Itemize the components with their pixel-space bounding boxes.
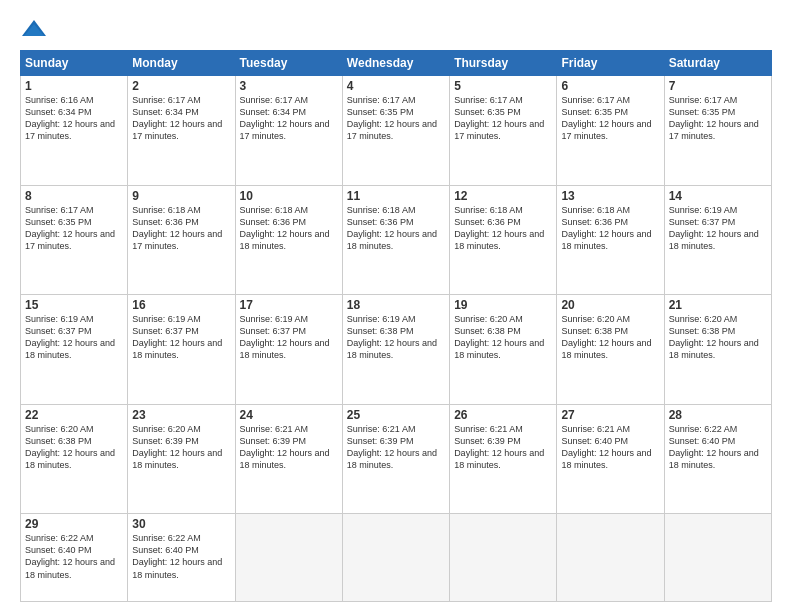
table-row	[664, 514, 771, 602]
day-number: 11	[347, 189, 445, 203]
table-row: 17Sunrise: 6:19 AMSunset: 6:37 PMDayligh…	[235, 295, 342, 405]
day-number: 5	[454, 79, 552, 93]
day-info: Sunrise: 6:18 AMSunset: 6:36 PMDaylight:…	[240, 205, 330, 251]
day-info: Sunrise: 6:19 AMSunset: 6:37 PMDaylight:…	[25, 314, 115, 360]
day-info: Sunrise: 6:19 AMSunset: 6:37 PMDaylight:…	[240, 314, 330, 360]
table-row: 24Sunrise: 6:21 AMSunset: 6:39 PMDayligh…	[235, 404, 342, 514]
table-row: 25Sunrise: 6:21 AMSunset: 6:39 PMDayligh…	[342, 404, 449, 514]
day-info: Sunrise: 6:20 AMSunset: 6:38 PMDaylight:…	[25, 424, 115, 470]
calendar-table: Sunday Monday Tuesday Wednesday Thursday…	[20, 50, 772, 602]
table-row: 21Sunrise: 6:20 AMSunset: 6:38 PMDayligh…	[664, 295, 771, 405]
day-info: Sunrise: 6:21 AMSunset: 6:39 PMDaylight:…	[454, 424, 544, 470]
day-number: 26	[454, 408, 552, 422]
logo-icon	[20, 18, 48, 40]
day-number: 15	[25, 298, 123, 312]
day-number: 28	[669, 408, 767, 422]
day-info: Sunrise: 6:17 AMSunset: 6:34 PMDaylight:…	[132, 95, 222, 141]
day-info: Sunrise: 6:20 AMSunset: 6:39 PMDaylight:…	[132, 424, 222, 470]
calendar-header-row: Sunday Monday Tuesday Wednesday Thursday…	[21, 51, 772, 76]
day-info: Sunrise: 6:20 AMSunset: 6:38 PMDaylight:…	[454, 314, 544, 360]
day-number: 19	[454, 298, 552, 312]
table-row: 5Sunrise: 6:17 AMSunset: 6:35 PMDaylight…	[450, 76, 557, 186]
day-info: Sunrise: 6:17 AMSunset: 6:35 PMDaylight:…	[454, 95, 544, 141]
day-info: Sunrise: 6:22 AMSunset: 6:40 PMDaylight:…	[132, 533, 222, 579]
table-row: 12Sunrise: 6:18 AMSunset: 6:36 PMDayligh…	[450, 185, 557, 295]
table-row: 16Sunrise: 6:19 AMSunset: 6:37 PMDayligh…	[128, 295, 235, 405]
day-number: 18	[347, 298, 445, 312]
table-row	[450, 514, 557, 602]
day-number: 10	[240, 189, 338, 203]
table-row: 22Sunrise: 6:20 AMSunset: 6:38 PMDayligh…	[21, 404, 128, 514]
table-row	[235, 514, 342, 602]
table-row: 7Sunrise: 6:17 AMSunset: 6:35 PMDaylight…	[664, 76, 771, 186]
day-info: Sunrise: 6:20 AMSunset: 6:38 PMDaylight:…	[561, 314, 651, 360]
day-info: Sunrise: 6:16 AMSunset: 6:34 PMDaylight:…	[25, 95, 115, 141]
table-row: 3Sunrise: 6:17 AMSunset: 6:34 PMDaylight…	[235, 76, 342, 186]
day-info: Sunrise: 6:21 AMSunset: 6:40 PMDaylight:…	[561, 424, 651, 470]
day-number: 9	[132, 189, 230, 203]
day-number: 3	[240, 79, 338, 93]
col-sunday: Sunday	[21, 51, 128, 76]
day-number: 4	[347, 79, 445, 93]
col-friday: Friday	[557, 51, 664, 76]
col-tuesday: Tuesday	[235, 51, 342, 76]
table-row: 8Sunrise: 6:17 AMSunset: 6:35 PMDaylight…	[21, 185, 128, 295]
table-row: 4Sunrise: 6:17 AMSunset: 6:35 PMDaylight…	[342, 76, 449, 186]
table-row: 6Sunrise: 6:17 AMSunset: 6:35 PMDaylight…	[557, 76, 664, 186]
table-row: 10Sunrise: 6:18 AMSunset: 6:36 PMDayligh…	[235, 185, 342, 295]
table-row: 20Sunrise: 6:20 AMSunset: 6:38 PMDayligh…	[557, 295, 664, 405]
day-number: 2	[132, 79, 230, 93]
table-row: 19Sunrise: 6:20 AMSunset: 6:38 PMDayligh…	[450, 295, 557, 405]
table-row: 27Sunrise: 6:21 AMSunset: 6:40 PMDayligh…	[557, 404, 664, 514]
day-info: Sunrise: 6:17 AMSunset: 6:35 PMDaylight:…	[347, 95, 437, 141]
table-row: 15Sunrise: 6:19 AMSunset: 6:37 PMDayligh…	[21, 295, 128, 405]
day-info: Sunrise: 6:21 AMSunset: 6:39 PMDaylight:…	[347, 424, 437, 470]
table-row: 29Sunrise: 6:22 AMSunset: 6:40 PMDayligh…	[21, 514, 128, 602]
table-row: 11Sunrise: 6:18 AMSunset: 6:36 PMDayligh…	[342, 185, 449, 295]
day-number: 21	[669, 298, 767, 312]
day-info: Sunrise: 6:17 AMSunset: 6:35 PMDaylight:…	[561, 95, 651, 141]
day-info: Sunrise: 6:21 AMSunset: 6:39 PMDaylight:…	[240, 424, 330, 470]
day-info: Sunrise: 6:19 AMSunset: 6:38 PMDaylight:…	[347, 314, 437, 360]
table-row: 26Sunrise: 6:21 AMSunset: 6:39 PMDayligh…	[450, 404, 557, 514]
day-number: 1	[25, 79, 123, 93]
table-row: 18Sunrise: 6:19 AMSunset: 6:38 PMDayligh…	[342, 295, 449, 405]
logo	[20, 18, 52, 40]
table-row: 13Sunrise: 6:18 AMSunset: 6:36 PMDayligh…	[557, 185, 664, 295]
day-info: Sunrise: 6:18 AMSunset: 6:36 PMDaylight:…	[347, 205, 437, 251]
day-number: 29	[25, 517, 123, 531]
day-info: Sunrise: 6:17 AMSunset: 6:35 PMDaylight:…	[25, 205, 115, 251]
col-thursday: Thursday	[450, 51, 557, 76]
day-info: Sunrise: 6:17 AMSunset: 6:35 PMDaylight:…	[669, 95, 759, 141]
day-number: 14	[669, 189, 767, 203]
day-info: Sunrise: 6:19 AMSunset: 6:37 PMDaylight:…	[132, 314, 222, 360]
day-number: 23	[132, 408, 230, 422]
day-info: Sunrise: 6:18 AMSunset: 6:36 PMDaylight:…	[132, 205, 222, 251]
day-info: Sunrise: 6:18 AMSunset: 6:36 PMDaylight:…	[561, 205, 651, 251]
table-row	[557, 514, 664, 602]
day-number: 12	[454, 189, 552, 203]
day-info: Sunrise: 6:22 AMSunset: 6:40 PMDaylight:…	[669, 424, 759, 470]
day-number: 8	[25, 189, 123, 203]
table-row: 30Sunrise: 6:22 AMSunset: 6:40 PMDayligh…	[128, 514, 235, 602]
table-row: 14Sunrise: 6:19 AMSunset: 6:37 PMDayligh…	[664, 185, 771, 295]
day-info: Sunrise: 6:20 AMSunset: 6:38 PMDaylight:…	[669, 314, 759, 360]
day-number: 25	[347, 408, 445, 422]
day-number: 7	[669, 79, 767, 93]
day-info: Sunrise: 6:22 AMSunset: 6:40 PMDaylight:…	[25, 533, 115, 579]
table-row: 28Sunrise: 6:22 AMSunset: 6:40 PMDayligh…	[664, 404, 771, 514]
table-row: 2Sunrise: 6:17 AMSunset: 6:34 PMDaylight…	[128, 76, 235, 186]
col-wednesday: Wednesday	[342, 51, 449, 76]
day-number: 20	[561, 298, 659, 312]
page: Sunday Monday Tuesday Wednesday Thursday…	[0, 0, 792, 612]
day-number: 22	[25, 408, 123, 422]
day-number: 27	[561, 408, 659, 422]
col-saturday: Saturday	[664, 51, 771, 76]
table-row: 1Sunrise: 6:16 AMSunset: 6:34 PMDaylight…	[21, 76, 128, 186]
header	[20, 18, 772, 40]
day-number: 24	[240, 408, 338, 422]
day-number: 6	[561, 79, 659, 93]
day-info: Sunrise: 6:19 AMSunset: 6:37 PMDaylight:…	[669, 205, 759, 251]
table-row	[342, 514, 449, 602]
col-monday: Monday	[128, 51, 235, 76]
